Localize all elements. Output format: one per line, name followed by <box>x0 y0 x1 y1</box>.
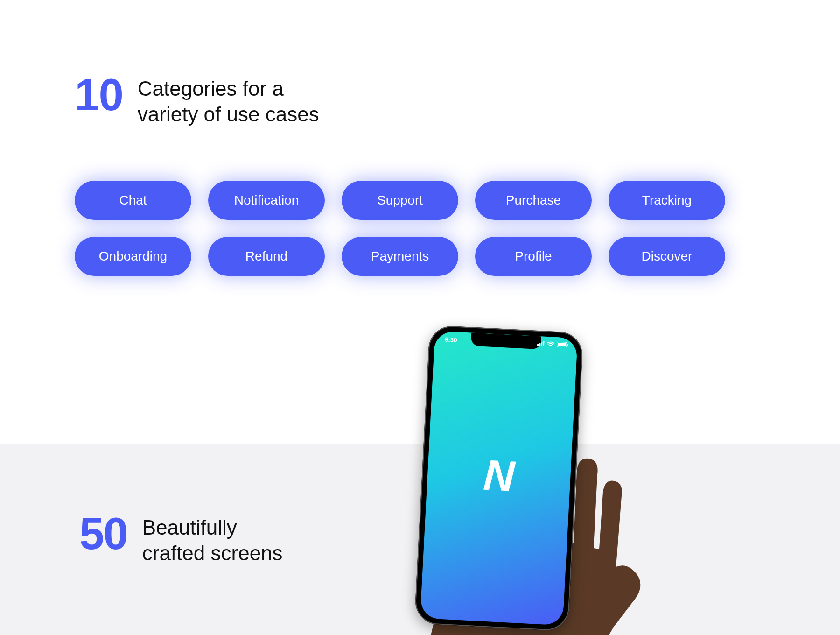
stat-text-categories: Categories for a variety of use cases <box>138 76 319 127</box>
pill-profile[interactable]: Profile <box>475 237 592 276</box>
stat-text-line2: crafted screens <box>142 542 283 564</box>
pill-notification[interactable]: Notification <box>208 181 325 220</box>
pill-refund[interactable]: Refund <box>208 237 325 276</box>
svg-rect-3 <box>543 341 545 346</box>
phone-notch <box>471 332 541 349</box>
page: 10 Categories for a variety of use cases… <box>0 0 840 635</box>
battery-icon <box>557 342 568 347</box>
phone-mockup: 9:30 N <box>403 329 609 635</box>
category-pills: Chat Notification Support Purchase Track… <box>75 181 770 276</box>
svg-rect-2 <box>541 342 542 346</box>
svg-rect-5 <box>558 343 566 346</box>
stat-text-screens: Beautifully crafted screens <box>142 515 283 566</box>
status-indicators <box>537 341 568 347</box>
pill-discover[interactable]: Discover <box>609 237 725 276</box>
stat-number-screens: 50 <box>79 514 127 554</box>
pill-purchase[interactable]: Purchase <box>475 181 592 220</box>
svg-rect-0 <box>537 344 539 346</box>
pill-tracking[interactable]: Tracking <box>609 181 725 220</box>
pill-onboarding[interactable]: Onboarding <box>75 237 191 276</box>
pill-support[interactable]: Support <box>342 181 458 220</box>
phone-screen: 9:30 N <box>420 331 578 625</box>
pill-chat[interactable]: Chat <box>75 181 191 220</box>
signal-icon <box>537 341 545 346</box>
stat-text-line1: Categories for a <box>138 77 284 100</box>
svg-rect-1 <box>539 343 540 346</box>
phone-device: 9:30 N <box>414 325 583 631</box>
stat-block-categories: 10 Categories for a variety of use cases <box>75 75 770 127</box>
stat-number-categories: 10 <box>75 75 123 115</box>
svg-rect-6 <box>567 344 568 346</box>
pill-payments[interactable]: Payments <box>342 237 458 276</box>
stat-text-line1: Beautifully <box>142 516 237 539</box>
stat-text-line2: variety of use cases <box>138 103 319 126</box>
app-logo-letter: N <box>482 451 516 501</box>
status-time: 9:30 <box>445 336 457 344</box>
wifi-icon <box>547 341 555 347</box>
stat-block-screens: 50 Beautifully crafted screens <box>79 514 283 566</box>
